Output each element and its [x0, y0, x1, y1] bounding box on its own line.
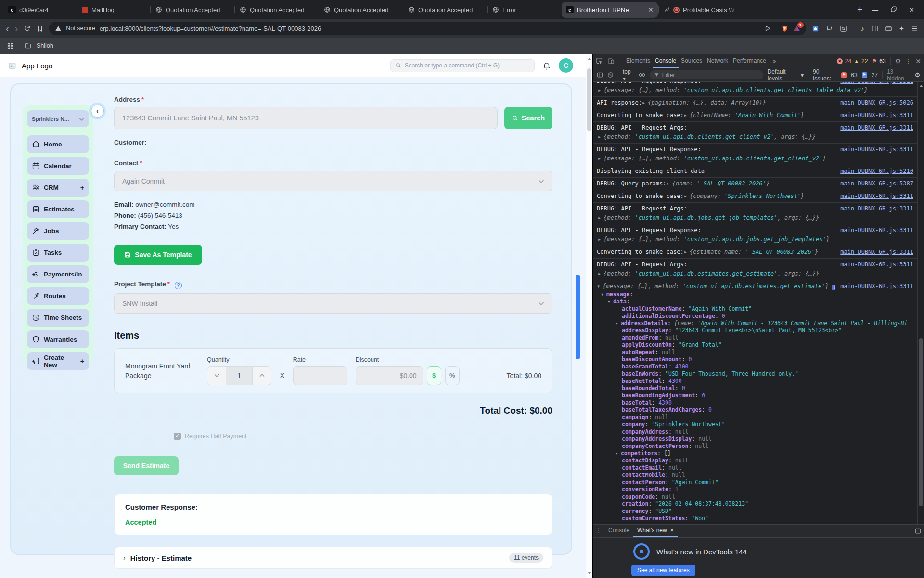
console-log-row[interactable]: ▾{message: {…}, method: 'custom_ui.api.d…: [593, 280, 917, 524]
sidebar-item-tasks[interactable]: Tasks: [27, 244, 89, 262]
tree-node[interactable]: customCurrentStatus: "Won": [597, 515, 913, 522]
devtools-tab-performance[interactable]: Performance: [731, 54, 769, 68]
content-scrollbar-thumb[interactable]: [576, 275, 580, 359]
console-filter[interactable]: Filter: [650, 70, 763, 79]
source-link[interactable]: main-DUBNX-6R.js:3311: [840, 260, 913, 269]
sidebar-item-home[interactable]: Home: [27, 135, 89, 153]
tree-node[interactable]: additionalDiscountPercentage: 0: [597, 313, 913, 320]
drawer-tab-console[interactable]: Console: [604, 525, 633, 537]
sidebar-item-calendar[interactable]: Calendar: [27, 157, 89, 175]
discount-input[interactable]: $0.00: [356, 366, 423, 385]
quantity-value[interactable]: 1: [226, 366, 252, 385]
tree-node[interactable]: ▸competitors: []: [597, 450, 913, 457]
tree-node[interactable]: companyAddress: null: [597, 428, 913, 435]
browser-tab[interactable]: Quotation Accepted: [320, 2, 402, 18]
drawer-menu-icon[interactable]: ⋮: [596, 527, 602, 534]
devtools-menu-icon[interactable]: ⋮: [905, 58, 911, 65]
tree-node[interactable]: contactEmail: null: [597, 464, 913, 472]
tree-node[interactable]: ▾data:: [597, 298, 913, 305]
issues-blue-icon[interactable]: ⚑: [862, 72, 867, 78]
drawer-tab-what-s-new[interactable]: What's new×: [633, 525, 678, 537]
forward-button[interactable]: ›: [15, 24, 18, 33]
source-link[interactable]: main-DUBNX-6R.js:3311: [840, 111, 913, 120]
devtools-tab-elements[interactable]: Elements: [624, 54, 653, 68]
contact-select[interactable]: Again Commit: [114, 171, 552, 191]
help-icon[interactable]: ?: [175, 282, 182, 289]
scroll-up-arrow-icon[interactable]: [919, 85, 923, 87]
issues-blue-count[interactable]: 27: [872, 72, 878, 79]
eye-icon[interactable]: [639, 72, 645, 78]
expander-closed-icon[interactable]: ▸: [598, 269, 601, 278]
browser-tab[interactable]: Error: [488, 2, 560, 18]
sidebar-item-warranties[interactable]: Warranties: [27, 330, 89, 348]
half-payment-checkbox[interactable]: ✓: [174, 433, 181, 440]
console-log-row[interactable]: DEBUG: Query params: ▸{name: '-SAL-QT-00…: [593, 178, 917, 190]
share-icon[interactable]: [764, 25, 771, 32]
object-preview-line[interactable]: ▸{message: {…}, method: 'custom_ui.api.d…: [597, 86, 913, 95]
tree-node[interactable]: companyAddressDisplay: null: [597, 435, 913, 443]
expander-closed-icon[interactable]: ▸: [684, 192, 687, 201]
see-all-features-button[interactable]: See all new features: [631, 565, 695, 576]
console-log-row[interactable]: Displaying existing client datamain-DUBN…: [593, 165, 917, 178]
expander-closed-icon[interactable]: ▸: [615, 450, 618, 457]
bell-icon[interactable]: [542, 61, 551, 70]
console-log-row[interactable]: DEBUG: API - Request Args:main-DUBNX-6R.…: [593, 259, 917, 280]
bookmark-icon[interactable]: [37, 25, 43, 32]
search-button[interactable]: Search: [504, 107, 552, 129]
new-tab-button[interactable]: +: [850, 4, 869, 15]
error-count-icon[interactable]: ✕: [837, 58, 843, 64]
tree-node[interactable]: companyContactPerson: null: [597, 443, 913, 450]
apps-grid-icon[interactable]: [7, 42, 14, 50]
send-estimate-button[interactable]: Send Estimate: [114, 456, 179, 475]
tree-node[interactable]: campaign: null: [597, 414, 913, 421]
tree-node[interactable]: baseTotalTaxesAndCharges: 0: [597, 407, 913, 414]
expander-open-icon[interactable]: ▾: [607, 298, 611, 305]
expander-closed-icon[interactable]: ▸: [684, 111, 687, 120]
object-preview-line[interactable]: ▸{message: {…}, method: 'custom_ui.api.d…: [597, 154, 913, 163]
error-count[interactable]: 24: [845, 58, 851, 65]
expander-open-icon[interactable]: ▾: [597, 282, 600, 291]
console-log-row[interactable]: DEBUG: API - Request Args:main-DUBNX-6R.…: [593, 203, 917, 224]
source-link[interactable]: main-DUBNX-6R.js:3311: [840, 282, 913, 291]
tree-node[interactable]: company: "Sprinklers Northwest": [597, 421, 913, 428]
tree-node[interactable]: couponCode: null: [597, 493, 913, 500]
browser-tab[interactable]: ēd3i9ei0ar4: [4, 2, 76, 18]
address-bar[interactable]: Not secure erp.local:8000/clients?lookup…: [49, 22, 806, 35]
source-link[interactable]: main-DUBNX-6R.js:3311: [840, 226, 913, 235]
leo-ai-icon[interactable]: ✦: [899, 25, 904, 32]
address-input[interactable]: 123643 Commit Lane Saint Paul, MN 55123: [114, 107, 498, 129]
console-log-row[interactable]: DEBUG: API - Request Args:main-DUBNX-6R.…: [593, 122, 917, 144]
tree-node[interactable]: ▸addressDetails: {name: 'Again With Comm…: [597, 320, 913, 327]
avatar[interactable]: C: [559, 58, 573, 73]
object-preview-line[interactable]: ▸{message: {…}, method: 'custom_ui.api.d…: [597, 235, 913, 244]
tree-node[interactable]: baseGrandTotal: 4300: [597, 363, 913, 370]
tree-node[interactable]: applyDiscountOn: "Grand Total": [597, 342, 913, 349]
inspect-element-icon[interactable]: [596, 57, 603, 65]
browser-tab-active[interactable]: ēBrotherton ERPNe✕: [562, 2, 658, 18]
quantity-decrease-button[interactable]: [207, 366, 226, 385]
tree-node[interactable]: contactPerson: "Again Commit": [597, 479, 913, 486]
reload-button[interactable]: [24, 25, 31, 33]
object-preview-line[interactable]: ▸{method: 'custom_ui.api.db.clients.get_…: [597, 132, 913, 142]
tree-node[interactable]: actualCustomerName: "Again With Commit": [597, 305, 913, 313]
sidebar-item-jobs[interactable]: Jobs: [27, 222, 89, 240]
discount-percent-toggle[interactable]: %: [445, 366, 460, 385]
project-template-select[interactable]: SNW Install: [114, 293, 552, 314]
console-log-row[interactable]: DEBUG: API - Request Response:main-DUBNX…: [593, 82, 917, 97]
expander-open-icon[interactable]: ▾: [601, 291, 604, 298]
devtools-tab-network[interactable]: Network: [705, 54, 731, 68]
warning-count-icon[interactable]: ▲: [854, 58, 859, 64]
issues-flag-icon[interactable]: ⚑: [872, 58, 877, 64]
sidebar-item-payments-in[interactable]: Payments/In...: [27, 265, 89, 283]
issues-count[interactable]: 63: [879, 58, 886, 65]
devtools-settings-icon[interactable]: ⚙: [895, 57, 901, 65]
expander-closed-icon[interactable]: ▸: [642, 98, 645, 107]
window-close-icon[interactable]: ✕: [909, 6, 914, 13]
plus-icon[interactable]: +: [80, 357, 84, 365]
sidebar-item-estimates[interactable]: Estimates: [27, 200, 89, 218]
expander-closed-icon[interactable]: ▸: [598, 213, 601, 223]
source-link[interactable]: main-DUBNX-6R.js:5387: [840, 179, 913, 188]
quantity-increase-button[interactable]: [252, 366, 271, 385]
source-link[interactable]: main-DUBNX-6R.js:3311: [840, 145, 913, 154]
log-levels-select[interactable]: Default levels ▾: [768, 68, 804, 82]
